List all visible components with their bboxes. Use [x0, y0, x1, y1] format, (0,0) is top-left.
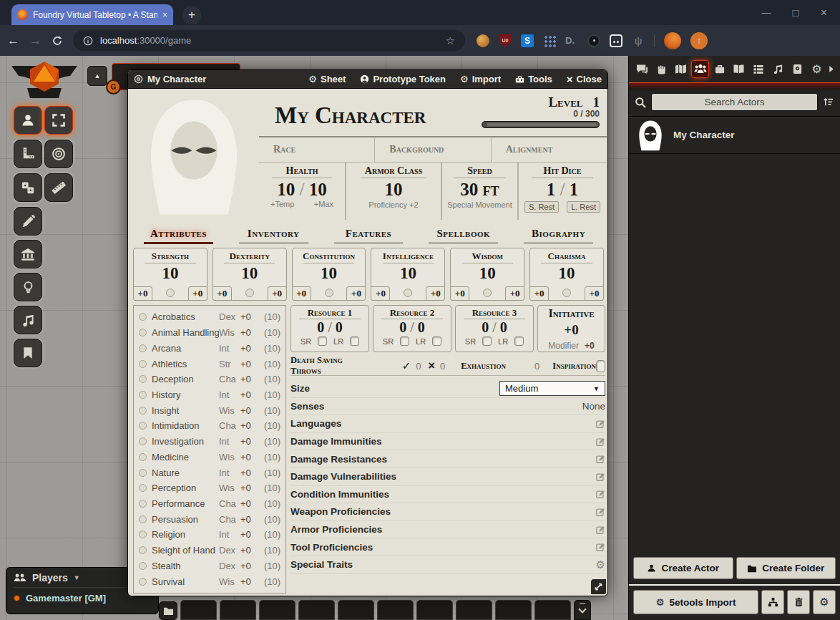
proficiency-radio[interactable] [245, 289, 254, 297]
tables-tab[interactable] [750, 60, 768, 78]
profile-avatar[interactable] [664, 32, 681, 49]
xp-text[interactable]: 0 / 300 [481, 109, 600, 119]
ability-block[interactable]: Constitution 10 +0 +0 [292, 248, 366, 301]
skill-proficiency-radio[interactable] [139, 344, 147, 352]
skill-row[interactable]: Medicine Wis +0 (10) [134, 449, 285, 465]
gears-button[interactable]: ⚙ [813, 590, 836, 614]
skill-row[interactable]: Intimidation Cha +0 (10) [134, 418, 285, 434]
lr-checkbox[interactable] [432, 336, 441, 346]
journal-tab[interactable] [730, 60, 748, 78]
measure-tool-button[interactable] [44, 173, 73, 202]
hp-current[interactable]: 10 [277, 180, 295, 199]
ability-score[interactable]: 10 [371, 265, 444, 282]
resource-block[interactable]: Resource 2 0 / 0 SR LR [373, 305, 451, 352]
edit-icon[interactable] [595, 454, 605, 464]
identity-field-input[interactable]: Race [259, 137, 375, 162]
cross-icon[interactable]: × [429, 359, 435, 372]
resource-current[interactable]: 0 [399, 319, 406, 335]
skill-proficiency-radio[interactable] [139, 437, 147, 445]
macro-slot[interactable] [220, 600, 256, 620]
skill-row[interactable]: Animal Handling Wis +0 (10) [134, 325, 285, 341]
close-sheet-button[interactable]: × Close [567, 73, 602, 85]
prototype-token-button[interactable]: Prototype Token [360, 74, 446, 84]
speed-block[interactable]: Speed 30 ft Special Movement [442, 163, 519, 220]
tab-inventory[interactable]: Inventory [226, 228, 321, 244]
items-tab[interactable] [710, 60, 728, 78]
dice-tool-button[interactable] [14, 173, 42, 202]
sounds-tool-button[interactable] [14, 306, 42, 334]
resource-max[interactable]: 0 [336, 319, 343, 335]
resource-label[interactable]: Resource 1 [291, 307, 368, 319]
ability-score[interactable]: 10 [213, 265, 286, 282]
select-tool-button[interactable] [44, 106, 73, 135]
scenes-tab[interactable] [672, 60, 690, 78]
ability-score[interactable]: 10 [134, 265, 207, 282]
chat-tab[interactable] [633, 60, 651, 78]
ability-save[interactable]: +0 [450, 286, 469, 301]
edit-icon[interactable] [595, 507, 605, 517]
ability-save[interactable]: +0 [213, 286, 232, 301]
skill-row[interactable]: Religion Int +0 (10) [134, 527, 285, 543]
update-arrow-button[interactable]: ↑ [690, 32, 708, 49]
actor-list-item[interactable]: My Character [629, 117, 840, 154]
macro-folder-button[interactable] [159, 601, 177, 620]
ability-save[interactable]: +0 [292, 286, 311, 301]
level-display[interactable]: Level1 [481, 95, 600, 110]
tools-button[interactable]: Tools [515, 74, 552, 84]
skill-proficiency-radio[interactable] [139, 531, 147, 538]
skill-row[interactable]: Arcana Int +0 (10) [134, 340, 285, 356]
proficiency-radio[interactable] [562, 289, 571, 297]
sort-icon[interactable] [823, 97, 834, 107]
cookie-icon[interactable] [477, 34, 489, 47]
sr-checkbox[interactable] [318, 336, 327, 346]
ability-mod[interactable]: +0 [268, 286, 287, 301]
ability-block[interactable]: Wisdom 10 +0 +0 [450, 248, 524, 301]
macro-slot[interactable] [377, 600, 414, 620]
actors-tab[interactable] [691, 60, 709, 78]
sr-checkbox[interactable] [482, 336, 492, 346]
skill-proficiency-radio[interactable] [139, 578, 147, 586]
hit-dice-block[interactable]: Hit Dice 1 / 1 S. Rest L. Rest [519, 163, 606, 220]
skill-proficiency-radio[interactable] [139, 500, 147, 508]
health-block[interactable]: Health 10 / 10 +Temp+Max [259, 163, 346, 220]
proficiency-radio[interactable] [166, 289, 175, 297]
skill-proficiency-radio[interactable] [139, 422, 147, 430]
character-portrait[interactable] [131, 92, 257, 221]
skill-row[interactable]: Survival Wis +0 (10) [134, 573, 285, 589]
ability-score[interactable]: 10 [293, 265, 366, 282]
token-tool-button[interactable] [14, 106, 42, 135]
create-actor-button[interactable]: Create Actor [633, 557, 733, 579]
target-tool-button[interactable] [44, 140, 73, 168]
skill-row[interactable]: Investigation Int +0 (10) [134, 434, 285, 450]
size-select[interactable]: Medium▼ [499, 381, 605, 396]
skill-row[interactable]: Stealth Dex +0 (10) [134, 558, 285, 574]
skill-proficiency-radio[interactable] [139, 375, 147, 383]
close-button[interactable]: × [821, 6, 827, 19]
skill-row[interactable]: Athletics Str +0 (10) [134, 356, 285, 372]
resource-block[interactable]: Resource 1 0 / 0 SR LR [290, 305, 369, 352]
sheet-title-bar[interactable]: My Character ⚙ Sheet Prototype Token ⚙ I… [128, 70, 607, 89]
tab-spellbook[interactable]: Spellbook [416, 228, 511, 244]
ability-mod[interactable]: +0 [505, 286, 524, 301]
skill-row[interactable]: History Int +0 (10) [134, 387, 285, 403]
skill-proficiency-radio[interactable] [139, 313, 147, 321]
5etools-import-button[interactable]: ⚙ 5etools Import [633, 590, 758, 614]
tab-biography[interactable]: Biography [511, 228, 606, 244]
edit-icon[interactable] [595, 419, 605, 429]
macro-slot[interactable] [259, 600, 296, 620]
armor-class-block[interactable]: Armor Class 10 Proficiency +2 [346, 163, 442, 220]
skill-row[interactable]: Insight Wis +0 (10) [134, 402, 285, 418]
exhaustion-value[interactable]: 0 [534, 361, 539, 372]
new-tab-button[interactable]: + [182, 6, 201, 24]
tiles-tool-button[interactable] [14, 240, 42, 268]
ability-mod[interactable]: +0 [585, 286, 604, 301]
ruler-tool-button[interactable] [14, 140, 42, 168]
foundry-logo[interactable] [7, 60, 82, 106]
sidebar-collapse-arrow[interactable] [827, 60, 836, 78]
box-dots-icon[interactable] [610, 34, 622, 47]
ability-mod[interactable]: +0 [426, 286, 445, 301]
skill-proficiency-radio[interactable] [139, 329, 147, 336]
inspiration-checkbox[interactable] [596, 360, 605, 372]
lr-checkbox[interactable] [514, 336, 524, 346]
url-bar[interactable]: localhost:30000/game ☆ [73, 30, 465, 51]
